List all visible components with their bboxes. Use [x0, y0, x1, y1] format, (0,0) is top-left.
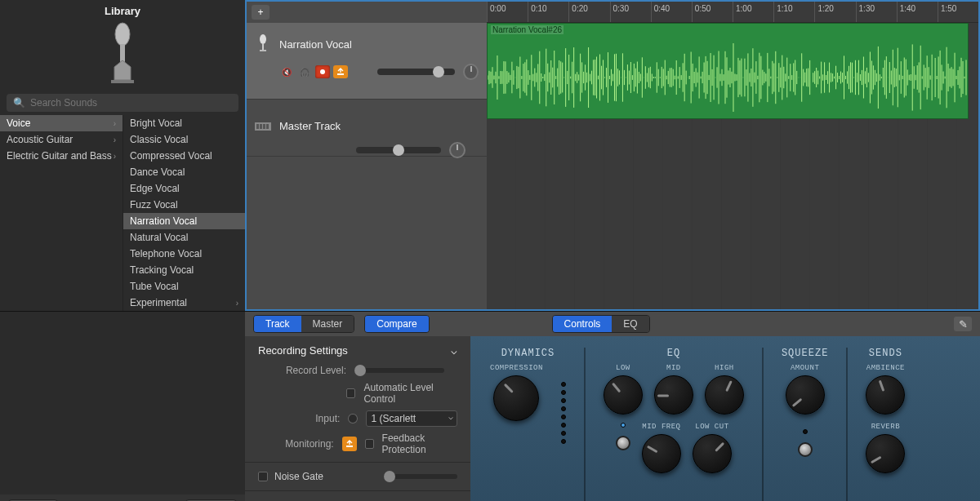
waveform: [488, 37, 968, 118]
mute-button[interactable]: 🔇: [279, 65, 294, 78]
track-name: Master Track: [279, 120, 341, 132]
input-monitor-button[interactable]: [333, 65, 348, 78]
mic-track-icon: [255, 33, 271, 55]
preset-item[interactable]: Tracking Vocal: [123, 262, 245, 278]
track-header-narration[interactable]: Narration Vocal 🔇 🎧: [247, 23, 487, 100]
time-ruler[interactable]: 0:000:100:200:300:400:501:001:101:201:30…: [487, 2, 978, 23]
tab-eq[interactable]: EQ: [612, 316, 648, 332]
svg-point-0: [115, 23, 130, 46]
svg-rect-13: [266, 124, 269, 129]
preset-item[interactable]: Tube Vocal: [123, 278, 245, 295]
category-item[interactable]: Electric Guitar and Bass›: [0, 148, 122, 164]
time-tick: 1:40: [897, 2, 938, 22]
time-tick: 1:10: [773, 2, 814, 22]
svg-rect-7: [260, 50, 266, 51]
input-select[interactable]: 1 (Scarlett: [366, 410, 457, 427]
input-mono-toggle[interactable]: [348, 414, 357, 423]
tab-compare[interactable]: Compare: [365, 316, 428, 332]
time-tick: 1:50: [938, 2, 978, 22]
reverb-knob[interactable]: [866, 434, 905, 473]
recording-settings-title: Recording Settings: [258, 344, 348, 357]
library-panel: Library 🔍 Voice›Acoustic Guitar›Electric…: [0, 0, 245, 311]
feedback-checkbox[interactable]: [365, 439, 373, 449]
library-preset-column: Bright VocalClassic VocalCompressed Voca…: [122, 115, 245, 311]
preset-item[interactable]: Natural Vocal: [123, 229, 245, 246]
timeline[interactable]: 0:000:100:200:300:400:501:001:101:201:30…: [487, 23, 978, 309]
eq-lowcut-knob[interactable]: [693, 434, 732, 473]
svg-rect-6: [262, 43, 264, 50]
search-input[interactable]: [30, 97, 232, 109]
time-tick: 1:00: [733, 2, 773, 22]
solo-headphone-button[interactable]: 🎧: [297, 65, 312, 78]
preset-item[interactable]: Classic Vocal: [123, 131, 245, 148]
eq-low-knob[interactable]: [604, 375, 643, 415]
eq-midfreq-knob[interactable]: [642, 434, 681, 473]
preset-item[interactable]: Telephone Vocal: [123, 246, 245, 262]
time-tick: 0:50: [692, 2, 733, 22]
auto-level-checkbox[interactable]: [346, 388, 355, 398]
pan-knob[interactable]: [463, 64, 479, 80]
input-label: Input:: [268, 413, 340, 424]
volume-slider[interactable]: [377, 69, 455, 75]
record-enable-button[interactable]: [315, 65, 330, 78]
library-category-column: Voice›Acoustic Guitar›Electric Guitar an…: [0, 115, 122, 311]
ambience-knob[interactable]: [866, 375, 905, 415]
tab-controls[interactable]: Controls: [553, 316, 612, 332]
controls-rack: DYNAMICS COMPRESSION: [470, 336, 980, 501]
inspector-toggle-icon[interactable]: ✎: [954, 317, 972, 331]
tracks-area: + Narration Vocal: [245, 0, 980, 311]
chevron-down-icon[interactable]: ⌵: [451, 344, 457, 357]
search-icon: 🔍: [13, 97, 25, 109]
preset-item[interactable]: Edge Vocal: [123, 180, 245, 197]
pan-knob[interactable]: [449, 142, 466, 158]
smart-controls-panel: Revert Delete Save... Track Master Compa…: [0, 311, 980, 501]
add-track-button[interactable]: +: [252, 5, 270, 20]
eq-mid-knob[interactable]: [654, 375, 693, 415]
library-footer: Revert Delete Save...: [0, 494, 245, 501]
smart-controls-tabs: Track Master Compare Controls EQ ✎: [245, 312, 980, 336]
audio-region[interactable]: Narration Vocal#26: [487, 23, 969, 119]
category-item[interactable]: Acoustic Guitar›: [0, 131, 122, 148]
svg-point-5: [260, 34, 266, 44]
noise-gate-checkbox[interactable]: [258, 472, 268, 481]
time-tick: 0:00: [487, 2, 528, 22]
svg-rect-10: [256, 124, 259, 129]
squeeze-led: [803, 429, 808, 434]
svg-rect-11: [260, 124, 262, 129]
eq-led: [621, 423, 626, 428]
track-header-master[interactable]: Master Track: [247, 100, 487, 157]
monitoring-label: Monitoring:: [268, 438, 334, 450]
category-item[interactable]: Voice›: [0, 115, 122, 131]
preset-item[interactable]: Experimental›: [123, 295, 245, 311]
eq-group: EQ LOW MID HIGH MID FREQ LOW CUT: [604, 348, 744, 473]
record-level-slider[interactable]: [354, 368, 444, 373]
preset-item[interactable]: Compressed Vocal: [123, 148, 245, 164]
tab-master[interactable]: Master: [301, 316, 354, 332]
eq-high-knob[interactable]: [705, 375, 744, 415]
track-name: Narration Vocal: [279, 38, 352, 51]
preset-item[interactable]: Narration Vocal: [123, 213, 245, 229]
squeeze-jack[interactable]: [798, 442, 813, 457]
compression-meter: [561, 364, 566, 444]
library-search[interactable]: 🔍: [7, 94, 238, 112]
tab-track[interactable]: Track: [254, 316, 301, 332]
master-track-icon: [255, 114, 271, 137]
preset-item[interactable]: Dance Vocal: [123, 164, 245, 180]
sends-group: SENDS AMBIENCE REVERB: [866, 348, 905, 473]
library-title: Library: [0, 5, 245, 17]
preset-item[interactable]: Fuzz Vocal: [123, 197, 245, 213]
dynamics-group: DYNAMICS COMPRESSION: [490, 348, 566, 444]
record-level-label: Record Level:: [268, 365, 346, 376]
svg-rect-2: [111, 80, 134, 83]
monitoring-button[interactable]: [342, 437, 357, 451]
compression-knob[interactable]: [493, 375, 539, 421]
volume-slider[interactable]: [356, 147, 441, 153]
noise-gate-label: Noise Gate: [274, 471, 323, 482]
squeeze-amount-knob[interactable]: [786, 375, 825, 415]
time-tick: 1:20: [814, 2, 855, 22]
svg-rect-12: [263, 124, 265, 129]
track-header-list: Narration Vocal 🔇 🎧: [247, 23, 487, 309]
noise-gate-slider[interactable]: [384, 474, 457, 479]
preset-item[interactable]: Bright Vocal: [123, 115, 245, 131]
eq-jack[interactable]: [616, 436, 630, 450]
